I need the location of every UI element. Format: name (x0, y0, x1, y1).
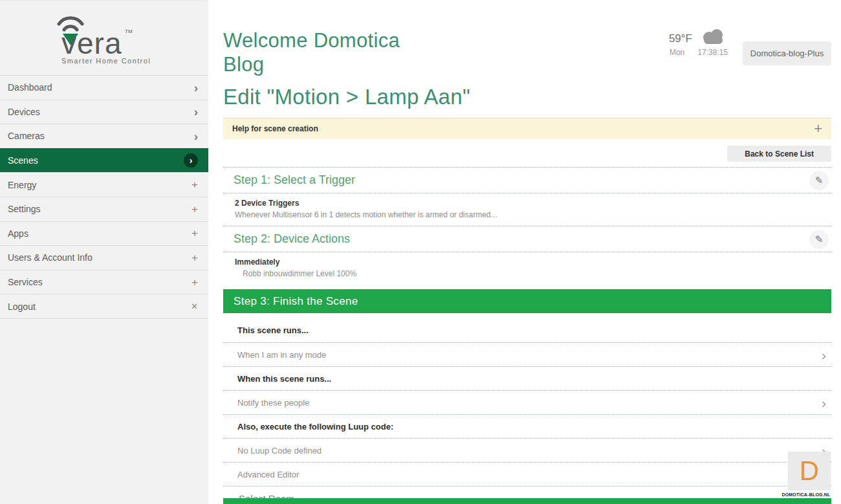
plus-icon: + (191, 277, 198, 288)
sidebar-item-label: Scenes (8, 155, 38, 166)
sidebar-item-dashboard[interactable]: Dashboard › (0, 75, 208, 100)
domotica-blog-watermark: D (788, 452, 831, 490)
welcome-heading: Welcome Domotica Blog (223, 28, 417, 76)
step2-title: Step 2: Device Actions (234, 232, 350, 246)
step3-header: Step 3: Finish the Scene (223, 289, 831, 313)
step2-summary: Immediately Robb inbouwdimmer Level 100% (223, 252, 831, 289)
domotica-blog-watermark-label: DOMOTICA-BLOG.NL (780, 492, 833, 497)
action-description: Robb inbouwdimmer Level 100% (243, 269, 831, 278)
domotica-blog-logo: D (800, 455, 819, 487)
main-area: Welcome Domotica Blog 59°F Mon 17:38:15 … (208, 0, 841, 504)
help-accordion[interactable]: Help for scene creation + (223, 118, 831, 139)
advanced-editor-row[interactable]: Advanced Editor (223, 463, 831, 487)
sidebar-item-label: Services (8, 277, 43, 287)
sidebar: vera TM Smarter Home Control Dashboard ›… (0, 0, 208, 504)
page-title: Edit "Motion > Lamp Aan" (223, 85, 831, 109)
plus-icon: + (191, 204, 198, 215)
chevron-right-icon: › (194, 105, 198, 118)
clock: 17:38:15 (697, 48, 728, 57)
trigger-count: 2 Device Triggers (235, 199, 831, 208)
edit-actions-button[interactable]: ✎ (809, 230, 829, 249)
back-to-scene-list-button[interactable]: Back to Scene List (727, 146, 831, 162)
scene-steps: Step 1: Select a Trigger ✎ 2 Device Trig… (223, 167, 831, 504)
sidebar-item-services[interactable]: Services + (0, 270, 208, 294)
plus-icon: + (191, 252, 198, 263)
chevron-right-icon: › (194, 130, 198, 142)
notify-people-row[interactable]: Notify these people › (223, 391, 831, 415)
vera-logo-image: vera TM Smarter Home Control (46, 10, 162, 67)
cloud-icon (698, 27, 728, 45)
step2-header: Step 2: Device Actions ✎ (223, 226, 831, 252)
when-scene-runs-label: When this scene runs... (223, 367, 831, 391)
chevron-right-icon: › (194, 82, 198, 94)
step1-summary: 2 Device Triggers Whenever Multisensor 6… (223, 193, 831, 226)
logo-wordmark: vera (61, 27, 122, 60)
sidebar-item-cameras[interactable]: Cameras › (0, 124, 208, 148)
luup-code-row[interactable]: No Luup Code defined › (223, 439, 831, 463)
logo-tagline: Smarter Home Control (61, 57, 151, 65)
weather-widget: 59°F Mon 17:38:15 (669, 27, 728, 57)
sidebar-item-apps[interactable]: Apps + (0, 221, 208, 246)
expand-plus-icon: + (814, 120, 822, 137)
sidebar-item-label: Users & Account Info (8, 252, 93, 263)
pencil-icon: ✎ (815, 234, 824, 245)
edit-trigger-button[interactable]: ✎ (809, 171, 829, 190)
pencil-icon: ✎ (815, 175, 824, 186)
sidebar-item-label: Cameras (8, 131, 45, 141)
plus-icon: + (191, 179, 198, 190)
toolbar: Back to Scene List (223, 146, 831, 162)
sidebar-item-label: Apps (8, 228, 28, 239)
sidebar-item-devices[interactable]: Devices › (0, 100, 208, 124)
sidebar-item-label: Energy (8, 180, 36, 190)
sidebar-item-users-account[interactable]: Users & Account Info + (0, 245, 208, 270)
action-timing: Immediately (235, 257, 831, 267)
vera-logo: vera TM Smarter Home Control (0, 1, 208, 75)
sidebar-item-scenes[interactable]: Scenes › (0, 148, 208, 173)
luup-code-label: Also, execute the following Luup code: (223, 415, 831, 439)
step3-title: Step 3: Finish the Scene (234, 295, 358, 308)
day-label: Mon (670, 48, 684, 57)
sidebar-item-logout[interactable]: Logout ✕ (0, 294, 208, 318)
help-accordion-label: Help for scene creation (232, 124, 318, 133)
sidebar-item-energy[interactable]: Energy + (0, 172, 208, 197)
sidebar-item-label: Logout (8, 301, 36, 312)
mode-selector-row[interactable]: When I am in any mode › (223, 343, 831, 367)
sidebar-item-label: Settings (8, 204, 41, 214)
chevron-right-icon: › (822, 348, 826, 362)
sidebar-item-label: Dashboard (8, 82, 52, 93)
bottom-green-bar (223, 498, 831, 504)
sidebar-nav: Dashboard › Devices › Cameras › Scenes ›… (0, 75, 208, 319)
chevron-right-icon: › (184, 153, 198, 168)
plus-icon: + (191, 228, 198, 239)
trigger-description: Whenever Multisensor 6 in 1 detects moti… (235, 210, 831, 219)
close-icon: ✕ (191, 302, 198, 311)
temperature-value: 59°F (669, 32, 692, 45)
step1-title: Step 1: Select a Trigger (234, 173, 355, 187)
logo-trademark: TM (125, 28, 133, 34)
scene-runs-label: This scene runs... (223, 313, 831, 343)
step1-header: Step 1: Select a Trigger ✎ (223, 168, 831, 193)
finish-rows: This scene runs... When I am in any mode… (223, 313, 831, 504)
sidebar-item-label: Devices (8, 107, 40, 117)
chevron-right-icon: › (822, 396, 826, 410)
logo-arc-outer (59, 18, 82, 24)
controller-select-button[interactable]: Domotica-blog-Plus (743, 41, 831, 65)
page-header: Welcome Domotica Blog 59°F Mon 17:38:15 … (223, 0, 831, 76)
sidebar-item-settings[interactable]: Settings + (0, 197, 208, 221)
